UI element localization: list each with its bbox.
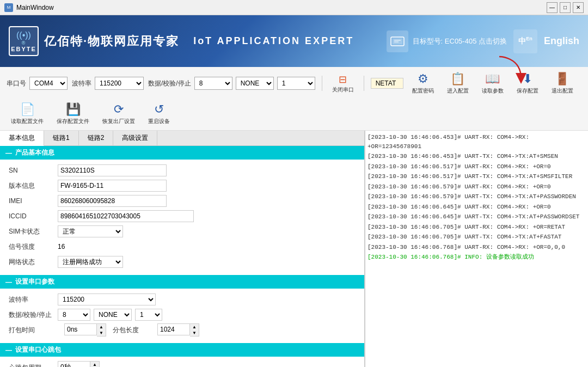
close-port-button[interactable]: ⊟ 关闭串口	[329, 72, 357, 95]
header-logo: ((•)) ® EBYTE 亿佰特·物联网应用专家 IoT APPLICATIO…	[9, 26, 354, 56]
company-name-en: IoT APPLICATION EXPERT	[193, 35, 354, 47]
pack-time-down[interactable]: ▼	[97, 330, 106, 336]
app-icon: M	[4, 3, 13, 12]
read-params-icon: 📖	[485, 72, 500, 86]
baud-rate-label: 波特率	[9, 295, 58, 304]
left-panel: 基本信息 链路1 链路2 高级设置 — 产品基本信息 SN 版本信息	[0, 131, 365, 367]
heartbeat-interval-arrows: ▲ ▼	[90, 361, 100, 367]
heartbeat-section: — 设置串口心跳包 心跳包周期 ▲ ▼ 心跳包数据	[0, 343, 364, 367]
pack-time-spinbox: ▲ ▼	[64, 323, 106, 337]
sn-input[interactable]	[58, 164, 167, 176]
serial-params-dash: —	[5, 278, 12, 286]
model-icon	[387, 30, 408, 52]
pack-len-down[interactable]: ▼	[190, 330, 199, 336]
tab-link1[interactable]: 链路1	[44, 131, 79, 145]
heartbeat-dash: —	[5, 346, 12, 354]
log-entry: [2023-10-30 16:46:06.705]# UART-RX: COM4…	[367, 223, 586, 232]
serial-params-section: — 设置串口参数 波特率 115200 数据/校验/停止 8 NONE	[0, 275, 364, 343]
version-row: 版本信息	[9, 179, 356, 192]
data-group: 数据/校验/停止 8 NONE 1	[148, 77, 315, 90]
serial-data-select[interactable]: 8	[58, 309, 90, 321]
network-status-select[interactable]: 注册网络成功	[58, 256, 123, 268]
heartbeat-interval-spinbox: ▲ ▼	[58, 361, 100, 367]
sim-status-select[interactable]: 正常	[58, 225, 123, 237]
log-entry: [2023-10-30 16:46:06.517]# UART-TX: COM4…	[367, 172, 586, 181]
read-params-button[interactable]: 📖 读取参数	[477, 70, 508, 96]
language-button[interactable]: 中En	[513, 29, 537, 53]
pack-time-input[interactable]	[64, 323, 97, 335]
maximize-button[interactable]: □	[560, 2, 571, 13]
iccid-input[interactable]	[58, 210, 194, 222]
exit-config-button[interactable]: 🚪 退出配置	[547, 70, 578, 96]
title-bar-controls: — □ ✕	[547, 2, 584, 13]
log-content[interactable]: [2023-10-30 16:46:06.453]# UART-RX: COM4…	[365, 131, 588, 367]
imei-input[interactable]	[58, 195, 167, 207]
stop-select[interactable]: 1	[277, 77, 315, 90]
exit-config-icon: 🚪	[555, 72, 569, 86]
enter-config-button[interactable]: 📋 进入配置	[443, 70, 473, 96]
config-password-button[interactable]: ⚙ 配置密码	[408, 70, 438, 96]
tab-advanced[interactable]: 高级设置	[113, 131, 157, 145]
product-info-section: — 产品基本信息 SN 版本信息 IMEI ICCID	[0, 146, 364, 275]
restore-default-button[interactable]: ⟳ 恢复出厂设置	[98, 101, 139, 127]
log-entry: [2023-10-30 16:46:06.768]# INFO: 设备参数读取成…	[367, 253, 586, 262]
version-input[interactable]	[58, 180, 167, 192]
baud-rate-select[interactable]: 115200	[58, 293, 156, 305]
pack-time-up[interactable]: ▲	[97, 324, 106, 330]
title-bar: M MainWindow — □ ✕	[0, 0, 588, 15]
log-entry: [2023-10-30 16:46:06.517]# UART-RX: COM4…	[367, 162, 586, 172]
save-config-file-label: 保存配置文件	[57, 118, 89, 125]
minimize-button[interactable]: —	[547, 2, 558, 13]
restart-icon: ↺	[154, 102, 164, 117]
header-right-area: 目标型号: EC05-405 点击切换 中En English	[387, 29, 579, 53]
save-config-icon: ⬇	[523, 72, 532, 86]
data-select[interactable]: 8	[194, 77, 232, 90]
pack-len-spinbox: ▲ ▼	[157, 323, 199, 337]
data-label: 数据/校验/停止	[148, 79, 191, 88]
logo-icon: ((•)) ® EBYTE	[9, 26, 39, 56]
serial-data-label: 数据/校验/停止	[9, 310, 58, 320]
log-entry: [2023-10-30 16:46:06.705]# UART-TX: COM4…	[367, 233, 586, 242]
tab-basic-info[interactable]: 基本信息	[0, 131, 44, 146]
tab-link2[interactable]: 链路2	[79, 131, 114, 145]
pack-len-input[interactable]	[157, 323, 190, 335]
pack-time-label: 打包时间	[9, 326, 58, 335]
baud-select[interactable]: 115200	[95, 77, 144, 90]
separator-1	[322, 76, 322, 91]
close-port-label: 关闭串口	[332, 86, 354, 94]
restart-device-button[interactable]: ↺ 重启设备	[144, 101, 174, 127]
version-label: 版本信息	[9, 181, 58, 191]
log-entry: [2023-10-30 16:46:06.645]# UART-RX: COM4…	[367, 203, 586, 212]
save-config-label: 保存配置	[517, 87, 538, 95]
save-config-file-button[interactable]: 💾 保存配置文件	[52, 101, 94, 127]
port-label: 串口号	[7, 79, 26, 88]
read-config-file-button[interactable]: 📄 读取配置文件	[7, 101, 48, 127]
restart-device-label: 重启设备	[148, 118, 170, 125]
pack-len-up[interactable]: ▲	[190, 324, 199, 330]
imei-label: IMEI	[9, 197, 58, 205]
save-file-icon: 💾	[66, 102, 81, 117]
heartbeat-interval-input[interactable]	[58, 361, 90, 367]
header: ((•)) ® EBYTE 亿佰特·物联网应用专家 IoT APPLICATIO…	[0, 15, 588, 67]
netat-input[interactable]: NETAT	[371, 78, 403, 89]
port-select[interactable]: COM4	[29, 77, 68, 90]
heartbeat-interval-up[interactable]: ▲	[90, 362, 99, 367]
pack-row: 打包时间 ▲ ▼ 分包长度 ▲ ▼	[9, 323, 356, 337]
product-info-dash: —	[5, 149, 12, 157]
parity-select[interactable]: NONE	[236, 77, 274, 90]
serial-params-title: 设置串口参数	[15, 277, 54, 286]
lang-cn: 中En	[518, 36, 532, 46]
logo-waves: ((•))	[11, 30, 36, 40]
port-group: 串口号 COM4	[7, 77, 68, 90]
serial-stop-select[interactable]: 1	[135, 309, 162, 321]
english-label: English	[544, 35, 579, 47]
save-config-button[interactable]: ⬇ 保存配置	[512, 70, 543, 96]
read-config-file-label: 读取配置文件	[11, 118, 44, 125]
enter-config-label: 进入配置	[447, 87, 469, 95]
log-entry: [2023-10-30 16:46:06.453]# UART-TX: COM4…	[367, 152, 586, 161]
sim-status-label: SIM卡状态	[9, 227, 58, 236]
right-panel: [2023-10-30 16:46:06.453]# UART-RX: COM4…	[365, 131, 588, 367]
close-button[interactable]: ✕	[573, 2, 584, 13]
tab-bar: 基本信息 链路1 链路2 高级设置	[0, 131, 364, 146]
serial-parity-select[interactable]: NONE	[94, 309, 132, 321]
